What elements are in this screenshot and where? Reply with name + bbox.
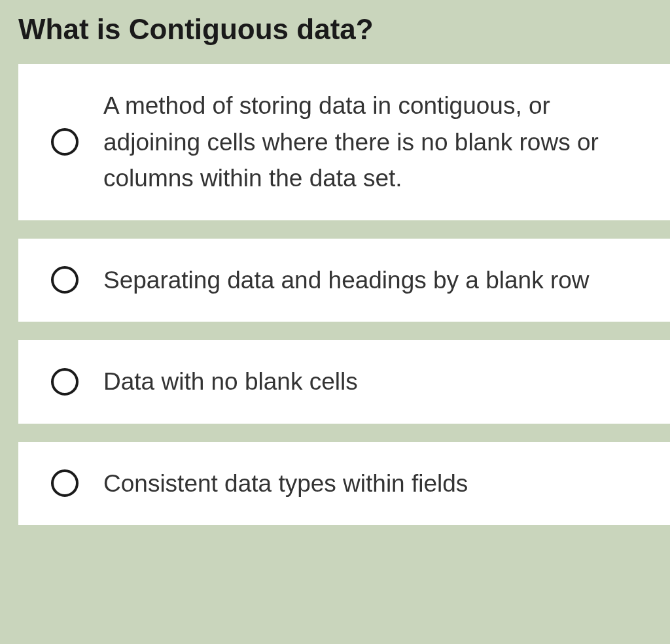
option-3[interactable]: Data with no blank cells [18, 340, 670, 424]
options-list: A method of storing data in contiguous, … [0, 64, 670, 525]
quiz-container: What is Contiguous data? A method of sto… [0, 0, 670, 525]
option-2[interactable]: Separating data and headings by a blank … [18, 239, 670, 322]
question-title: What is Contiguous data? [0, 0, 670, 64]
radio-icon [51, 128, 79, 156]
option-label: Data with no blank cells [103, 364, 358, 400]
option-label: Separating data and headings by a blank … [103, 262, 590, 299]
option-1[interactable]: A method of storing data in contiguous, … [18, 64, 670, 220]
radio-icon [51, 469, 79, 497]
option-4[interactable]: Consistent data types within fields [18, 442, 670, 526]
radio-icon [51, 266, 79, 294]
radio-icon [51, 368, 79, 396]
option-label: A method of storing data in contiguous, … [103, 88, 644, 197]
option-label: Consistent data types within fields [103, 466, 468, 502]
